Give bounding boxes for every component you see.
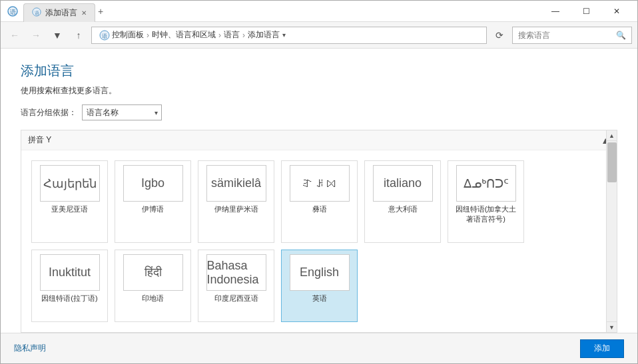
language-name: 印地语 bbox=[142, 293, 164, 303]
language-item[interactable]: Inuktitut因纽特语(拉丁语) bbox=[31, 250, 108, 322]
window-icon: 语 bbox=[6, 5, 19, 18]
language-item[interactable]: ꆈꌠꉙ彝语 bbox=[281, 160, 358, 243]
language-symbol: ꆈꌠꉙ bbox=[290, 165, 350, 202]
language-name: 因纽特语(拉丁语) bbox=[41, 293, 97, 303]
language-item[interactable]: Bahasa Indonesia印度尼西亚语 bbox=[198, 250, 274, 322]
footer: 隐私声明 添加 bbox=[1, 333, 637, 363]
scrollbar[interactable]: ▲ ▼ bbox=[606, 130, 617, 332]
language-name: 英语 bbox=[312, 293, 327, 303]
search-icon: 🔍 bbox=[616, 31, 626, 40]
refresh-button[interactable]: ⟳ bbox=[491, 27, 508, 44]
breadcrumb-item-4: 添加语言 bbox=[248, 29, 280, 41]
breadcrumb-item-2[interactable]: 时钟、语言和区域 bbox=[152, 29, 216, 41]
forward-button[interactable]: → bbox=[27, 27, 45, 44]
add-button[interactable]: 添加 bbox=[580, 339, 624, 358]
up-button[interactable]: ↑ bbox=[70, 27, 87, 44]
scroll-down-button[interactable]: ▼ bbox=[607, 321, 617, 332]
close-button[interactable]: ✕ bbox=[601, 1, 632, 22]
language-item[interactable]: ᐃᓄᒃᑎᑐᑦ因纽特语(加拿大土著语言符号) bbox=[448, 160, 524, 243]
group-by-select[interactable]: 语言名称 语言代码 bbox=[82, 104, 162, 120]
language-symbol: Հայերեն bbox=[40, 165, 100, 202]
page-title: 添加语言 bbox=[21, 62, 617, 80]
active-tab[interactable]: 语 添加语言 ✕ bbox=[23, 3, 95, 22]
language-symbol: हिंदी bbox=[123, 254, 183, 291]
group-by-select-wrapper[interactable]: 语言名称 语言代码 bbox=[82, 104, 162, 120]
language-name: 伊纳里萨米语 bbox=[214, 204, 258, 214]
svg-text:语: 语 bbox=[10, 9, 16, 15]
svg-text:语: 语 bbox=[102, 33, 107, 39]
language-item[interactable]: Հայերեն亚美尼亚语 bbox=[31, 160, 108, 243]
tab-label: 添加语言 bbox=[45, 7, 77, 19]
back-button[interactable]: ← bbox=[6, 27, 23, 44]
tab-area: 语 添加语言 ✕ + bbox=[23, 1, 103, 22]
breadcrumb: 控制面板 › 时钟、语言和区域 › 语言 › 添加语言 bbox=[112, 29, 280, 41]
language-item[interactable]: sämikielâ伊纳里萨米语 bbox=[198, 160, 274, 243]
language-grid: Հայերեն亚美尼亚语Igbo伊博语sämikielâ伊纳里萨米语ꆈꌠꉙ彝语i… bbox=[21, 150, 617, 332]
language-name: 意大利语 bbox=[388, 204, 418, 214]
group-by-label: 语言分组依据： bbox=[21, 107, 77, 118]
language-symbol: ᐃᓄᒃᑎᑐᑦ bbox=[456, 165, 516, 202]
tab-icon: 语 bbox=[32, 7, 41, 19]
language-name: 因纽特语(加拿大土著语言符号) bbox=[453, 204, 519, 224]
breadcrumb-sep-1: › bbox=[147, 31, 149, 40]
language-item[interactable]: English英语 bbox=[281, 250, 358, 322]
title-bar: 语 语 添加语言 ✕ + — ☐ ✕ bbox=[1, 1, 637, 22]
language-name: 印度尼西亚语 bbox=[214, 293, 258, 303]
language-name: 伊博语 bbox=[142, 204, 164, 214]
language-name: 彝语 bbox=[312, 204, 327, 214]
scroll-thumb[interactable] bbox=[607, 142, 617, 182]
maximize-button[interactable]: ☐ bbox=[571, 1, 601, 22]
main-window: 语 语 添加语言 ✕ + — ☐ ✕ ← → ▼ ↑ 语 bbox=[0, 0, 638, 364]
breadcrumb-item-1[interactable]: 控制面板 bbox=[112, 29, 144, 41]
scroll-up-button[interactable]: ▲ bbox=[607, 130, 617, 141]
search-box[interactable]: 🔍 bbox=[512, 27, 632, 44]
language-item[interactable]: Igbo伊博语 bbox=[115, 160, 191, 243]
tab-close-icon[interactable]: ✕ bbox=[81, 9, 87, 17]
address-box[interactable]: 语 控制面板 › 时钟、语言和区域 › 语言 › 添加语言 ▾ bbox=[91, 27, 487, 44]
language-item[interactable]: italiano意大利语 bbox=[364, 160, 441, 243]
page-description: 使用搜索框查找更多语言。 bbox=[21, 85, 617, 96]
minimize-button[interactable]: — bbox=[540, 1, 571, 22]
section-header: 拼音 Y ▲ bbox=[21, 130, 617, 150]
window-controls: — ☐ ✕ bbox=[540, 1, 632, 22]
language-symbol: italiano bbox=[373, 165, 433, 202]
recent-pages-button[interactable]: ▼ bbox=[49, 27, 66, 44]
breadcrumb-sep-2: › bbox=[218, 31, 221, 40]
breadcrumb-sep-3: › bbox=[242, 31, 245, 40]
address-dropdown-arrow[interactable]: ▾ bbox=[280, 31, 288, 39]
language-symbol: sämikielâ bbox=[206, 165, 266, 202]
address-icon: 语 bbox=[97, 28, 112, 43]
language-symbol: Igbo bbox=[123, 165, 183, 202]
language-name: 亚美尼亚语 bbox=[51, 204, 88, 214]
search-input[interactable] bbox=[518, 31, 613, 40]
language-section: 拼音 Y ▲ Հայերեն亚美尼亚语Igbo伊博语sämikielâ伊纳里萨米… bbox=[21, 130, 617, 333]
address-bar: ← → ▼ ↑ 语 控制面板 › 时钟、语言和区域 › 语言 › 添加语言 ▾ … bbox=[1, 22, 637, 49]
language-symbol: English bbox=[290, 254, 350, 291]
privacy-link[interactable]: 隐私声明 bbox=[14, 343, 46, 354]
language-symbol: Inuktitut bbox=[40, 254, 100, 291]
content-area: 添加语言 使用搜索框查找更多语言。 语言分组依据： 语言名称 语言代码 拼音 Y… bbox=[1, 49, 637, 333]
group-by-row: 语言分组依据： 语言名称 语言代码 bbox=[21, 104, 617, 120]
breadcrumb-item-3[interactable]: 语言 bbox=[224, 29, 240, 41]
svg-text:语: 语 bbox=[35, 10, 39, 15]
new-tab-button[interactable]: + bbox=[98, 6, 103, 17]
language-item[interactable]: हिंदी印地语 bbox=[115, 250, 191, 322]
language-symbol: Bahasa Indonesia bbox=[206, 254, 266, 291]
section-header-label: 拼音 Y bbox=[28, 134, 51, 146]
